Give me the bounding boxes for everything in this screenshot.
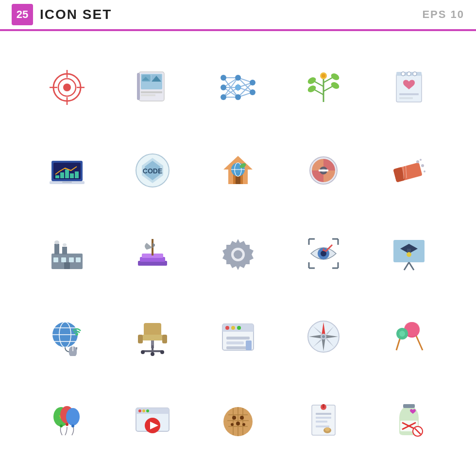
poison-bottle-icon-wrap bbox=[382, 393, 436, 446]
ticket-eraser-icon-wrap bbox=[382, 144, 436, 197]
svg-point-31 bbox=[221, 75, 226, 81]
svg-rect-99 bbox=[64, 262, 70, 269]
svg-point-33 bbox=[221, 94, 226, 100]
svg-rect-61 bbox=[60, 172, 64, 178]
svg-rect-95 bbox=[53, 257, 58, 262]
icon-cell-browser-window bbox=[200, 300, 276, 374]
icon-cell-education-board bbox=[371, 217, 447, 290]
svg-point-184 bbox=[236, 422, 240, 425]
svg-point-47 bbox=[330, 81, 340, 90]
header-eps: EPS 10 bbox=[422, 8, 464, 21]
svg-rect-127 bbox=[162, 335, 167, 343]
icon-cell-code-badge: CODE bbox=[115, 134, 190, 207]
icon-cell-cookie bbox=[200, 383, 276, 457]
svg-point-139 bbox=[237, 326, 241, 330]
icon-cell-poison-bottle bbox=[371, 383, 447, 457]
creative-eye-icon-wrap bbox=[297, 227, 350, 280]
svg-rect-91 bbox=[54, 244, 59, 255]
svg-line-157 bbox=[396, 338, 400, 350]
document-pin-icon-wrap bbox=[297, 393, 350, 446]
svg-point-38 bbox=[250, 89, 255, 95]
svg-rect-193 bbox=[323, 404, 324, 408]
svg-marker-39 bbox=[235, 84, 241, 91]
target-icon bbox=[48, 68, 86, 107]
svg-point-55 bbox=[413, 72, 417, 76]
svg-point-53 bbox=[401, 72, 405, 76]
office-chair-icon bbox=[133, 317, 172, 356]
svg-rect-143 bbox=[246, 340, 252, 350]
icon-cell-compass-rose bbox=[286, 300, 361, 374]
svg-point-166 bbox=[71, 425, 74, 427]
svg-rect-66 bbox=[62, 182, 72, 183]
poison-bottle-icon bbox=[390, 400, 428, 439]
axe-books-icon bbox=[133, 234, 172, 273]
icon-cell-balloons: ★ bbox=[29, 383, 105, 457]
icon-cell-settings-gear bbox=[200, 217, 276, 290]
svg-rect-92 bbox=[62, 247, 67, 255]
analytics-laptop-icon bbox=[48, 151, 86, 190]
svg-text:CODE: CODE bbox=[143, 167, 162, 175]
svg-point-37 bbox=[250, 80, 255, 85]
icon-cell-lollipop bbox=[371, 300, 447, 374]
svg-point-195 bbox=[325, 427, 330, 431]
document-pin-icon bbox=[304, 400, 343, 439]
svg-point-88 bbox=[420, 159, 422, 161]
settings-gear-icon-wrap bbox=[211, 227, 265, 280]
svg-point-121 bbox=[75, 333, 78, 336]
main-content: CODE bbox=[0, 31, 476, 476]
svg-rect-73 bbox=[236, 176, 240, 184]
svg-point-48 bbox=[330, 72, 340, 81]
svg-rect-125 bbox=[142, 335, 163, 340]
education-board-icon bbox=[390, 234, 428, 273]
svg-point-54 bbox=[407, 72, 411, 76]
svg-rect-188 bbox=[316, 413, 331, 415]
photo-book-icon bbox=[133, 68, 172, 107]
svg-point-46 bbox=[306, 76, 317, 85]
svg-rect-97 bbox=[69, 257, 74, 262]
svg-point-87 bbox=[421, 164, 424, 167]
icon-cell-target bbox=[29, 51, 105, 124]
svg-rect-141 bbox=[226, 341, 244, 344]
icon-cell-office-chair bbox=[115, 300, 190, 374]
icon-cell-eco-home bbox=[200, 134, 276, 207]
icon-cell-awareness-card bbox=[371, 51, 447, 124]
eco-home-icon-wrap bbox=[211, 144, 265, 197]
balloons-icon-wrap: ★ bbox=[40, 393, 94, 446]
compass-rose-icon-wrap bbox=[297, 310, 350, 363]
svg-rect-96 bbox=[61, 257, 66, 262]
video-player-icon-wrap bbox=[126, 393, 179, 446]
video-player-icon bbox=[133, 400, 172, 439]
svg-rect-142 bbox=[226, 346, 247, 349]
svg-point-93 bbox=[54, 240, 59, 244]
svg-point-86 bbox=[416, 160, 419, 163]
svg-rect-64 bbox=[75, 171, 79, 178]
svg-rect-196 bbox=[403, 404, 415, 408]
svg-point-186 bbox=[242, 423, 245, 426]
education-board-icon-wrap bbox=[382, 227, 436, 280]
code-badge-icon: CODE bbox=[133, 151, 172, 190]
browser-window-icon bbox=[219, 317, 257, 356]
office-chair-icon-wrap bbox=[126, 310, 179, 363]
svg-point-89 bbox=[424, 170, 425, 172]
svg-point-105 bbox=[234, 250, 242, 259]
factory-icon bbox=[48, 234, 86, 273]
svg-point-164 bbox=[60, 425, 63, 427]
icon-grid: CODE bbox=[29, 51, 447, 457]
svg-point-138 bbox=[231, 326, 235, 330]
svg-point-172 bbox=[146, 409, 149, 412]
svg-point-163 bbox=[66, 408, 80, 425]
settings-gear-icon bbox=[219, 234, 257, 273]
neural-network-icon bbox=[219, 68, 257, 107]
svg-rect-14 bbox=[141, 94, 155, 96]
svg-point-182 bbox=[232, 416, 236, 420]
svg-rect-191 bbox=[316, 425, 329, 427]
browser-window-icon-wrap bbox=[211, 310, 265, 363]
svg-rect-62 bbox=[65, 170, 69, 178]
svg-line-112 bbox=[409, 262, 414, 270]
photo-book-icon-wrap bbox=[126, 61, 179, 114]
svg-point-50 bbox=[322, 74, 325, 78]
eraser-tool-icon bbox=[304, 151, 343, 190]
axe-books-icon-wrap bbox=[126, 227, 179, 280]
svg-line-111 bbox=[404, 262, 409, 270]
lollipop-icon-wrap bbox=[382, 310, 436, 363]
